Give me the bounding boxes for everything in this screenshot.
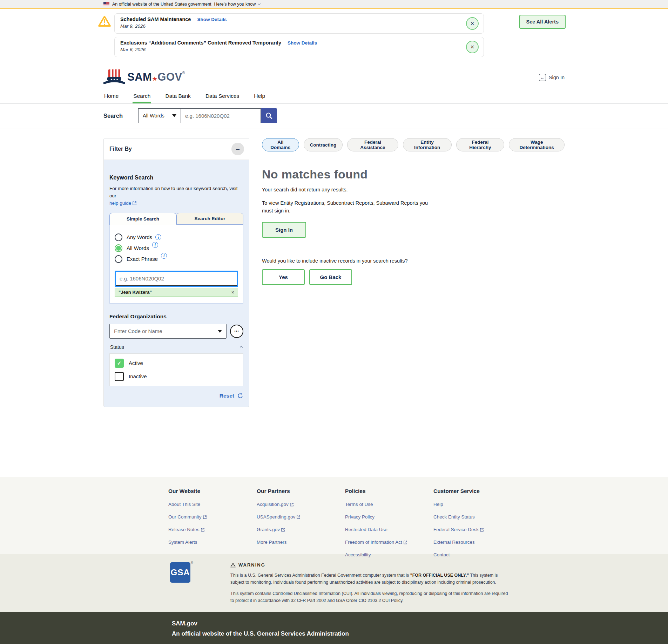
logo-text: SAM★GOV® — [127, 71, 185, 83]
include-inactive-question: Would you like to include inactive recor… — [262, 258, 565, 264]
warning-paragraph-2: This system contains Controlled Unclassi… — [230, 590, 511, 604]
alert-close-button[interactable] — [466, 41, 479, 53]
footer-link[interactable]: Federal Service Desk — [433, 527, 522, 532]
search-mode-select[interactable]: All Words — [138, 108, 181, 123]
filter-collapse-button[interactable] — [231, 143, 244, 155]
footer-link[interactable]: About This Site — [168, 502, 257, 507]
identifier-site-name: SAM.gov — [172, 620, 570, 627]
no-results-message: Your search did not return any results. — [262, 187, 565, 192]
footer-link[interactable]: Contact — [433, 552, 522, 557]
global-search-input[interactable] — [181, 108, 261, 123]
gov-banner-text: An official website of the United States… — [112, 2, 211, 7]
external-link-icon — [203, 515, 207, 519]
checkbox-active[interactable] — [115, 359, 124, 368]
footer-link[interactable]: Grants.gov — [257, 527, 345, 532]
external-link-icon — [132, 201, 137, 205]
footer-link[interactable]: Accessibility — [345, 552, 433, 557]
federal-organizations-select[interactable] — [109, 324, 227, 339]
see-all-alerts-button[interactable]: See All Alerts — [519, 15, 566, 29]
footer-link[interactable]: Our Community — [168, 514, 257, 520]
keyword-help-text: For more information on how to use our k… — [109, 186, 237, 198]
alert-show-details-link[interactable]: Show Details — [288, 40, 317, 46]
help-guide-label: help guide — [109, 201, 131, 206]
go-back-button[interactable]: Go Back — [309, 269, 352, 285]
info-icon[interactable] — [155, 234, 161, 240]
search-label: Search — [103, 113, 123, 119]
external-link-icon — [296, 515, 301, 519]
site-header: ★ ★ ★ SAM★GOV® Sign In — [0, 62, 668, 85]
footer-link[interactable]: Help — [433, 502, 522, 507]
footer-column-our-website: Our Website About This Site Our Communit… — [168, 488, 257, 557]
logo-gov: GOV — [157, 71, 182, 83]
radio-all-words-label: All Words — [127, 245, 149, 251]
tab-search-editor[interactable]: Search Editor — [176, 213, 243, 225]
footer-link[interactable]: Release Notes — [168, 527, 257, 532]
nav-item-data-bank[interactable]: Data Bank — [164, 90, 191, 103]
alert-close-button[interactable] — [466, 17, 479, 30]
more-options-button[interactable] — [230, 325, 243, 338]
footer-link[interactable]: More Partners — [257, 540, 345, 545]
search-results: All Domains Contracting Federal Assistan… — [262, 138, 565, 285]
pill-wage-determinations[interactable]: Wage Determinations — [509, 138, 565, 151]
chip-remove-button[interactable] — [231, 290, 234, 295]
keyword-search-title: Keyword Search — [109, 175, 243, 181]
radio-any-words[interactable] — [115, 233, 122, 241]
radio-exact-phrase[interactable] — [115, 255, 122, 263]
pill-entity-information[interactable]: Entity Information — [403, 138, 452, 151]
keyword-search-input[interactable] — [116, 272, 237, 286]
footer-column-title: Customer Service — [433, 488, 522, 494]
pill-federal-hierarchy[interactable]: Federal Hierarchy — [456, 138, 505, 151]
footer-link[interactable]: USASpending.gov — [257, 514, 345, 520]
reset-filters-link[interactable]: Reset — [220, 393, 234, 399]
footer-column-policies: Policies Terms of Use Privacy Policy Res… — [345, 488, 433, 557]
checkbox-inactive[interactable] — [115, 372, 124, 381]
pill-federal-assistance[interactable]: Federal Assistance — [347, 138, 398, 151]
yes-button[interactable]: Yes — [262, 269, 305, 285]
help-guide-link[interactable]: help guide — [109, 201, 137, 206]
sam-gov-logo[interactable]: ★ ★ ★ SAM★GOV® — [103, 69, 185, 85]
nav-item-help[interactable]: Help — [253, 90, 266, 103]
footer-link[interactable]: System Alerts — [168, 540, 257, 545]
info-icon[interactable] — [161, 253, 167, 259]
main-content: Filter By Keyword Search For more inform… — [0, 129, 668, 477]
how-you-know-label: Here’s how you know — [214, 2, 256, 7]
footer-link[interactable]: External Resources — [433, 540, 522, 545]
chevron-up-icon[interactable] — [240, 346, 243, 348]
how-you-know-link[interactable]: Here’s how you know — [214, 2, 260, 7]
gsa-warning-section: GSA ® WARNING This is a U.S. General Ser… — [0, 554, 668, 612]
checkbox-inactive-label: Inactive — [129, 373, 147, 379]
external-link-icon — [290, 502, 294, 507]
nav-item-search[interactable]: Search — [133, 90, 151, 103]
footer-link[interactable]: Privacy Policy — [345, 514, 433, 520]
alert-title: Exclusions “Additional Comments” Content… — [120, 40, 281, 46]
info-icon[interactable] — [152, 242, 158, 248]
pill-contracting[interactable]: Contracting — [304, 138, 343, 151]
site-identifier-bar: SAM.gov An official website of the U.S. … — [0, 612, 668, 644]
sign-in-button[interactable]: Sign In — [262, 222, 306, 238]
keyword-chip-text: "Jean Kwizera" — [119, 290, 152, 295]
tab-simple-search[interactable]: Simple Search — [109, 213, 176, 225]
search-submit-button[interactable] — [261, 108, 277, 123]
footer-link[interactable]: Freedom of Information Act — [345, 540, 433, 545]
footer-link[interactable]: Acquisition.gov — [257, 502, 345, 507]
nav-item-data-services[interactable]: Data Services — [205, 90, 240, 103]
nav-item-home[interactable]: Home — [103, 90, 119, 103]
footer-link[interactable]: Restricted Data Use — [345, 527, 433, 532]
logo-registered-mark: ® — [182, 71, 185, 75]
federal-organizations-input[interactable] — [114, 328, 218, 334]
radio-all-words[interactable] — [115, 244, 122, 252]
identifier-official-text: An official website of the U.S. General … — [172, 630, 570, 637]
alert-date: Mar 9, 2026 — [120, 23, 466, 29]
pill-all-domains[interactable]: All Domains — [262, 138, 299, 151]
footer-link[interactable]: Terms of Use — [345, 502, 433, 507]
main-nav: Home Search Data Bank Data Services Help — [0, 90, 668, 104]
refresh-icon[interactable] — [237, 393, 243, 399]
alert-show-details-link[interactable]: Show Details — [197, 17, 227, 22]
footer-column-title: Our Website — [168, 488, 257, 494]
footer-link-label: Our Community — [168, 514, 202, 520]
alert-row: Scheduled SAM Maintenance Show Details M… — [98, 13, 484, 34]
warning-p1-bold: "FOR OFFICIAL USE ONLY." — [410, 573, 469, 578]
external-link-icon — [403, 540, 407, 544]
footer-link[interactable]: Check Entity Status — [433, 514, 522, 520]
header-sign-in[interactable]: Sign In — [539, 74, 565, 81]
